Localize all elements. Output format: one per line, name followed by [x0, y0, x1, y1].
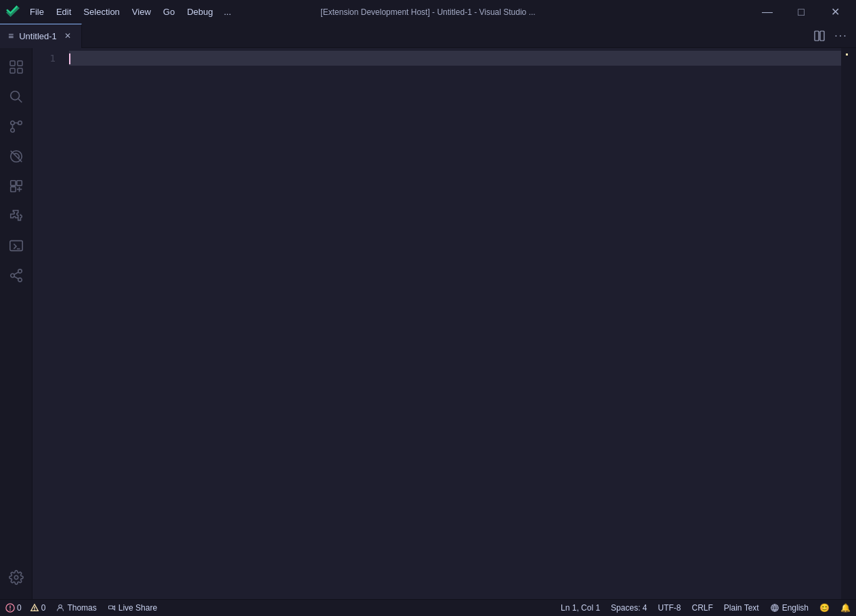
- error-count: 0: [5, 603, 22, 613]
- activity-item-settings[interactable]: [3, 564, 30, 591]
- minimize-button[interactable]: —: [752, 0, 783, 24]
- svg-rect-5: [18, 68, 22, 73]
- svg-point-18: [18, 269, 22, 273]
- titlebar-menu: File Edit Selection View Go Debug ...: [24, 4, 235, 20]
- statusbar-notifications[interactable]: 🔔: [835, 600, 856, 616]
- activity-item-remote[interactable]: [3, 143, 30, 170]
- svg-rect-30: [108, 606, 112, 609]
- activity-item-extensions[interactable]: [3, 173, 30, 200]
- svg-point-8: [10, 121, 14, 125]
- svg-rect-0: [815, 31, 819, 41]
- svg-rect-4: [10, 68, 15, 73]
- svg-point-26: [9, 609, 11, 611]
- menu-edit[interactable]: Edit: [51, 4, 77, 20]
- vscode-logo: [5, 5, 20, 20]
- statusbar-encoding[interactable]: UTF-8: [652, 600, 686, 616]
- tab-file-icon: ≡: [8, 30, 14, 41]
- svg-rect-14: [16, 181, 21, 185]
- menu-file[interactable]: File: [24, 4, 49, 20]
- activity-item-share[interactable]: [3, 262, 30, 289]
- menu-more[interactable]: ...: [219, 4, 235, 20]
- tabsbar: ≡ Untitled-1 ✕ ···: [0, 24, 856, 48]
- svg-point-6: [10, 91, 19, 100]
- titlebar-left: File Edit Selection View Go Debug ...: [5, 4, 235, 20]
- split-editor-button[interactable]: [810, 26, 829, 45]
- statusbar-left: 0 0 Thomas Liv: [0, 600, 163, 616]
- statusbar-user[interactable]: Thomas: [51, 600, 102, 616]
- svg-point-23: [14, 575, 18, 579]
- svg-rect-15: [10, 187, 15, 192]
- scrollbar[interactable]: [849, 48, 856, 599]
- svg-point-9: [18, 121, 22, 125]
- tab-close-button[interactable]: ✕: [62, 30, 73, 41]
- statusbar: 0 0 Thomas Liv: [0, 599, 856, 616]
- activitybar: [0, 48, 33, 599]
- menu-selection[interactable]: Selection: [78, 4, 125, 20]
- svg-line-22: [14, 272, 18, 275]
- maximize-button[interactable]: □: [786, 0, 817, 24]
- svg-rect-2: [10, 61, 15, 66]
- line-numbers: 1: [33, 48, 66, 599]
- svg-rect-1: [820, 31, 824, 41]
- close-button[interactable]: ✕: [819, 0, 851, 24]
- statusbar-feedback[interactable]: 😊: [814, 600, 835, 616]
- warning-count: 0: [30, 603, 46, 613]
- statusbar-english[interactable]: English: [765, 600, 814, 616]
- menu-debug[interactable]: Debug: [181, 4, 218, 20]
- more-actions-button[interactable]: ···: [832, 26, 851, 45]
- editor-text[interactable]: [66, 48, 841, 599]
- active-line: [69, 51, 841, 66]
- svg-point-20: [18, 278, 22, 282]
- activity-item-search[interactable]: [3, 83, 30, 110]
- menu-go[interactable]: Go: [158, 4, 180, 20]
- svg-line-21: [14, 276, 18, 279]
- window-controls: — □ ✕: [752, 0, 851, 24]
- svg-point-28: [34, 609, 35, 611]
- activity-item-terminal[interactable]: [3, 232, 30, 259]
- activity-item-source-control[interactable]: [3, 113, 30, 140]
- editor-area[interactable]: 1: [33, 48, 856, 599]
- tab-name: Untitled-1: [19, 31, 57, 41]
- statusbar-spaces[interactable]: Spaces: 4: [605, 600, 652, 616]
- window-title: [Extension Development Host] - Untitled-…: [320, 7, 535, 17]
- svg-rect-13: [10, 181, 15, 185]
- tabsbar-actions: ···: [810, 26, 856, 45]
- svg-line-7: [18, 99, 22, 102]
- statusbar-eol[interactable]: CRLF: [686, 600, 718, 616]
- statusbar-liveshare[interactable]: Live Share: [102, 600, 163, 616]
- svg-point-10: [10, 129, 14, 133]
- titlebar: File Edit Selection View Go Debug ... [E…: [0, 0, 856, 24]
- menu-view[interactable]: View: [127, 4, 156, 20]
- active-tab[interactable]: ≡ Untitled-1 ✕: [0, 24, 82, 48]
- svg-point-19: [10, 273, 14, 278]
- main-content: 1: [0, 48, 856, 599]
- editor-content: 1: [33, 48, 856, 599]
- minimap: [841, 48, 849, 599]
- statusbar-right: Ln 1, Col 1 Spaces: 4 UTF-8 CRLF Plain T…: [555, 600, 856, 616]
- statusbar-language[interactable]: Plain Text: [719, 600, 765, 616]
- statusbar-position[interactable]: Ln 1, Col 1: [555, 600, 605, 616]
- minimap-decoration: [846, 53, 848, 56]
- activity-item-explorer[interactable]: [3, 53, 30, 81]
- text-cursor: [69, 53, 70, 64]
- svg-point-29: [59, 605, 62, 609]
- activity-item-puzzle[interactable]: [3, 202, 30, 229]
- line-number-1: 1: [33, 51, 56, 66]
- svg-rect-3: [18, 61, 22, 66]
- statusbar-errors[interactable]: 0 0: [0, 600, 51, 616]
